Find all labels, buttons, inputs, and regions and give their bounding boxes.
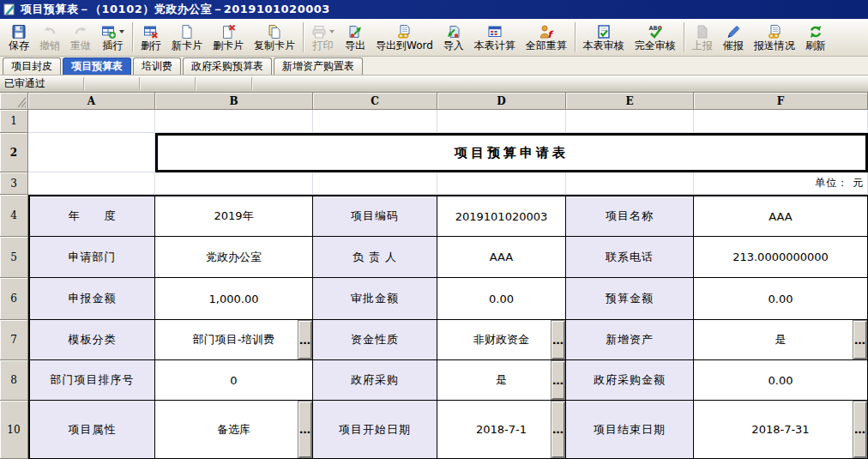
toolbar-button-label: 导入	[443, 40, 464, 51]
column-header-A[interactable]: A	[28, 93, 155, 110]
calc-table-button[interactable]: 本表计算	[469, 22, 521, 53]
row-header-7[interactable]: 7	[0, 320, 28, 360]
status-separator	[83, 77, 84, 91]
field-value: 0	[230, 374, 237, 387]
cell-C10[interactable]: 项目开始日期	[313, 401, 437, 459]
cell-A8[interactable]: 部门项目排序号	[28, 360, 155, 401]
new-card-button[interactable]: 新卡片	[166, 22, 208, 53]
audit-table-button[interactable]: 本表审核	[578, 22, 630, 53]
toolbar-separator	[132, 22, 133, 52]
cell-C4[interactable]: 项目编码	[313, 195, 437, 237]
cell-B4[interactable]: 2019年	[155, 195, 313, 237]
audit-full-button[interactable]: ABC完全审核	[630, 22, 681, 53]
tab-project-cover[interactable]: 项目封皮	[3, 57, 61, 75]
export-button[interactable]: 导出	[340, 22, 371, 53]
cell-C7[interactable]: 资金性质	[313, 320, 437, 360]
status-separator	[139, 77, 140, 91]
recalc-all-button[interactable]: f全部重算	[521, 22, 572, 53]
urge-button[interactable]: 催报	[718, 22, 749, 53]
cell-F10[interactable]: 2018-7-31…	[694, 401, 868, 459]
tab-new-asset-purchase[interactable]: 新增资产购置表	[274, 57, 363, 75]
row-header-4[interactable]: 4	[0, 195, 28, 237]
dropdown-arrow-icon[interactable]	[119, 30, 124, 33]
cell-A4[interactable]: 年 度	[28, 195, 155, 237]
field-value: 0.00	[769, 374, 793, 387]
toolbar-button-label: 刷新	[805, 40, 826, 51]
column-header-F[interactable]: F	[694, 93, 868, 110]
ellipsis-picker-button[interactable]: …	[551, 320, 565, 359]
export-word-button[interactable]: 导出到Word	[371, 22, 438, 53]
tab-training-fee[interactable]: 培训费	[133, 57, 181, 75]
cell-D1	[437, 110, 566, 133]
cell-D6[interactable]: 0.00	[437, 278, 566, 320]
column-header-C[interactable]: C	[313, 93, 437, 110]
cell-D4[interactable]: 2019101020003	[437, 195, 566, 237]
cell-C8[interactable]: 政府采购	[313, 360, 437, 401]
cell-B10[interactable]: 备选库…	[155, 401, 313, 459]
cell-B1	[155, 110, 313, 133]
form-title-cell[interactable]: 项目预算申请表	[155, 133, 868, 172]
status-row: 已审通过	[0, 75, 868, 93]
column-header-B[interactable]: B	[155, 93, 313, 110]
insert-row-button[interactable]: 插行	[96, 22, 130, 53]
recalc-all-icon: f	[539, 24, 554, 39]
field-value: 是	[496, 372, 507, 388]
ellipsis-picker-button[interactable]: …	[853, 401, 867, 458]
refresh-button[interactable]: 刷新	[800, 22, 831, 53]
cell-C6[interactable]: 审批金额	[313, 278, 437, 320]
row-header-5[interactable]: 5	[0, 237, 28, 278]
cell-F6[interactable]: 0.00	[694, 278, 868, 320]
cell-D8[interactable]: 是…	[437, 360, 566, 401]
cell-B8[interactable]: 0	[155, 360, 313, 401]
cell-B7[interactable]: 部门项目-培训费…	[155, 320, 313, 360]
cell-D5[interactable]: AAA	[437, 237, 566, 278]
report-icon	[695, 24, 710, 39]
toolbar-button-label: 保存	[9, 40, 29, 51]
cell-E5[interactable]: 联系电话	[566, 237, 694, 278]
row-header-8[interactable]: 8	[0, 360, 28, 401]
cell-E7[interactable]: 新增资产	[566, 320, 694, 360]
status-separator	[251, 77, 252, 91]
import-button[interactable]: 导入	[438, 22, 469, 53]
cell-D7[interactable]: 非财政资金…	[437, 320, 566, 360]
cell-D10[interactable]: 2018-7-1…	[437, 401, 566, 459]
save-button[interactable]: 保存	[3, 22, 34, 53]
title-bar: 项目预算表－（10102）党政办公室－2019101020003	[0, 0, 868, 19]
delete-card-button[interactable]: 删卡片	[208, 22, 249, 53]
cell-A10[interactable]: 项目属性	[28, 401, 155, 459]
delete-row-button[interactable]: 删行	[136, 22, 166, 53]
cell-E8[interactable]: 政府采购金额	[566, 360, 694, 401]
cell-E10[interactable]: 项目结束日期	[566, 401, 694, 459]
cell-B6[interactable]: 1,000.00	[155, 278, 313, 320]
cell-A7[interactable]: 模板分类	[28, 320, 155, 360]
ellipsis-picker-button[interactable]: …	[298, 401, 312, 458]
ellipsis-picker-button[interactable]: …	[551, 360, 565, 400]
cell-A6[interactable]: 申报金额	[28, 278, 155, 320]
send-status-button[interactable]: 报送情况	[749, 22, 800, 53]
select-all-corner[interactable]	[0, 93, 28, 110]
ellipsis-picker-button[interactable]: …	[551, 401, 565, 458]
tab-project-budget[interactable]: 项目预算表	[63, 57, 131, 75]
field-label: 年 度	[69, 208, 117, 224]
row-header-6[interactable]: 6	[0, 278, 28, 320]
cell-F8[interactable]: 0.00	[694, 360, 868, 401]
cell-E6[interactable]: 预算金额	[566, 278, 694, 320]
cell-F7[interactable]: 是…	[694, 320, 868, 360]
cell-B5[interactable]: 党政办公室	[155, 237, 313, 278]
ellipsis-picker-button[interactable]: …	[298, 320, 312, 359]
cell-F5[interactable]: 213.0000000000	[694, 237, 868, 278]
ellipsis-picker-button[interactable]: …	[853, 320, 867, 359]
tab-gov-procurement-budget[interactable]: 政府采购预算表	[183, 57, 272, 75]
column-header-D[interactable]: D	[437, 93, 566, 110]
toolbar-button-label: 复制卡片	[254, 40, 295, 51]
cell-A5[interactable]: 申请部门	[28, 237, 155, 278]
cell-C5[interactable]: 负 责 人	[313, 237, 437, 278]
row-header-1[interactable]: 1	[0, 110, 28, 133]
copy-card-button[interactable]: 复制卡片	[249, 22, 300, 53]
row-header-3[interactable]: 3	[0, 172, 28, 195]
row-header-10[interactable]: 10	[0, 401, 28, 459]
column-header-E[interactable]: E	[566, 93, 694, 110]
cell-E4[interactable]: 项目名称	[566, 195, 694, 237]
cell-F4[interactable]: AAA	[694, 195, 868, 237]
row-header-2[interactable]: 2	[0, 133, 28, 172]
